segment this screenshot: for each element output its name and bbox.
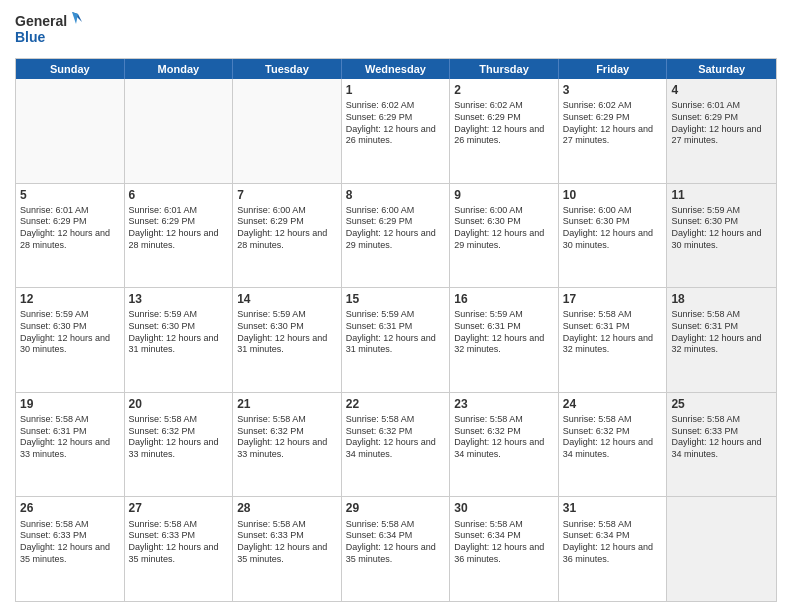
cell-info: Sunrise: 6:02 AM Sunset: 6:29 PM Dayligh…: [346, 100, 446, 147]
day-number: 13: [129, 291, 229, 307]
day-number: 23: [454, 396, 554, 412]
cell-info: Sunrise: 5:58 AM Sunset: 6:34 PM Dayligh…: [563, 519, 663, 566]
day-number: 16: [454, 291, 554, 307]
calendar-cell: 23Sunrise: 5:58 AM Sunset: 6:32 PM Dayli…: [450, 393, 559, 497]
calendar-cell: 10Sunrise: 6:00 AM Sunset: 6:30 PM Dayli…: [559, 184, 668, 288]
day-number: 19: [20, 396, 120, 412]
calendar-cell: [16, 79, 125, 183]
cell-info: Sunrise: 5:58 AM Sunset: 6:33 PM Dayligh…: [671, 414, 772, 461]
calendar-cell: 20Sunrise: 5:58 AM Sunset: 6:32 PM Dayli…: [125, 393, 234, 497]
cell-info: Sunrise: 6:02 AM Sunset: 6:29 PM Dayligh…: [454, 100, 554, 147]
header: General Blue: [15, 10, 777, 52]
cell-info: Sunrise: 6:01 AM Sunset: 6:29 PM Dayligh…: [671, 100, 772, 147]
calendar-cell: 14Sunrise: 5:59 AM Sunset: 6:30 PM Dayli…: [233, 288, 342, 392]
cell-info: Sunrise: 5:58 AM Sunset: 6:34 PM Dayligh…: [346, 519, 446, 566]
day-number: 1: [346, 82, 446, 98]
day-number: 14: [237, 291, 337, 307]
cell-info: Sunrise: 5:59 AM Sunset: 6:30 PM Dayligh…: [129, 309, 229, 356]
cell-info: Sunrise: 5:58 AM Sunset: 6:32 PM Dayligh…: [563, 414, 663, 461]
day-number: 30: [454, 500, 554, 516]
calendar-cell: 3Sunrise: 6:02 AM Sunset: 6:29 PM Daylig…: [559, 79, 668, 183]
calendar-cell: 15Sunrise: 5:59 AM Sunset: 6:31 PM Dayli…: [342, 288, 451, 392]
day-number: 9: [454, 187, 554, 203]
day-number: 25: [671, 396, 772, 412]
calendar-cell: 21Sunrise: 5:58 AM Sunset: 6:32 PM Dayli…: [233, 393, 342, 497]
calendar-cell: 24Sunrise: 5:58 AM Sunset: 6:32 PM Dayli…: [559, 393, 668, 497]
weekday-header: Sunday: [16, 59, 125, 79]
cell-info: Sunrise: 5:58 AM Sunset: 6:31 PM Dayligh…: [20, 414, 120, 461]
svg-text:General: General: [15, 13, 67, 29]
cell-info: Sunrise: 6:00 AM Sunset: 6:30 PM Dayligh…: [563, 205, 663, 252]
calendar-row: 1Sunrise: 6:02 AM Sunset: 6:29 PM Daylig…: [16, 79, 776, 184]
cell-info: Sunrise: 5:58 AM Sunset: 6:33 PM Dayligh…: [237, 519, 337, 566]
calendar-row: 12Sunrise: 5:59 AM Sunset: 6:30 PM Dayli…: [16, 288, 776, 393]
calendar-cell: 18Sunrise: 5:58 AM Sunset: 6:31 PM Dayli…: [667, 288, 776, 392]
cell-info: Sunrise: 5:58 AM Sunset: 6:33 PM Dayligh…: [129, 519, 229, 566]
day-number: 17: [563, 291, 663, 307]
cell-info: Sunrise: 5:59 AM Sunset: 6:31 PM Dayligh…: [346, 309, 446, 356]
cell-info: Sunrise: 6:01 AM Sunset: 6:29 PM Dayligh…: [20, 205, 120, 252]
calendar-cell: 30Sunrise: 5:58 AM Sunset: 6:34 PM Dayli…: [450, 497, 559, 601]
calendar-cell: 4Sunrise: 6:01 AM Sunset: 6:29 PM Daylig…: [667, 79, 776, 183]
cell-info: Sunrise: 5:58 AM Sunset: 6:32 PM Dayligh…: [346, 414, 446, 461]
day-number: 27: [129, 500, 229, 516]
svg-marker-3: [72, 12, 78, 24]
calendar-cell: 5Sunrise: 6:01 AM Sunset: 6:29 PM Daylig…: [16, 184, 125, 288]
calendar-header: SundayMondayTuesdayWednesdayThursdayFrid…: [16, 59, 776, 79]
cell-info: Sunrise: 5:58 AM Sunset: 6:32 PM Dayligh…: [237, 414, 337, 461]
weekday-header: Monday: [125, 59, 234, 79]
cell-info: Sunrise: 5:59 AM Sunset: 6:30 PM Dayligh…: [237, 309, 337, 356]
day-number: 4: [671, 82, 772, 98]
logo-svg: General Blue: [15, 10, 85, 52]
day-number: 20: [129, 396, 229, 412]
calendar-cell: 12Sunrise: 5:59 AM Sunset: 6:30 PM Dayli…: [16, 288, 125, 392]
cell-info: Sunrise: 5:58 AM Sunset: 6:31 PM Dayligh…: [671, 309, 772, 356]
day-number: 28: [237, 500, 337, 516]
svg-text:Blue: Blue: [15, 29, 46, 45]
weekday-header: Thursday: [450, 59, 559, 79]
calendar-cell: 8Sunrise: 6:00 AM Sunset: 6:29 PM Daylig…: [342, 184, 451, 288]
cell-info: Sunrise: 5:58 AM Sunset: 6:34 PM Dayligh…: [454, 519, 554, 566]
calendar-cell: 25Sunrise: 5:58 AM Sunset: 6:33 PM Dayli…: [667, 393, 776, 497]
day-number: 29: [346, 500, 446, 516]
day-number: 10: [563, 187, 663, 203]
cell-info: Sunrise: 5:58 AM Sunset: 6:31 PM Dayligh…: [563, 309, 663, 356]
cell-info: Sunrise: 5:59 AM Sunset: 6:30 PM Dayligh…: [671, 205, 772, 252]
calendar: SundayMondayTuesdayWednesdayThursdayFrid…: [15, 58, 777, 602]
calendar-cell: 26Sunrise: 5:58 AM Sunset: 6:33 PM Dayli…: [16, 497, 125, 601]
cell-info: Sunrise: 6:01 AM Sunset: 6:29 PM Dayligh…: [129, 205, 229, 252]
day-number: 5: [20, 187, 120, 203]
weekday-header: Tuesday: [233, 59, 342, 79]
calendar-cell: 7Sunrise: 6:00 AM Sunset: 6:29 PM Daylig…: [233, 184, 342, 288]
weekday-header: Wednesday: [342, 59, 451, 79]
day-number: 12: [20, 291, 120, 307]
cell-info: Sunrise: 5:59 AM Sunset: 6:30 PM Dayligh…: [20, 309, 120, 356]
calendar-cell: 2Sunrise: 6:02 AM Sunset: 6:29 PM Daylig…: [450, 79, 559, 183]
weekday-header: Friday: [559, 59, 668, 79]
calendar-cell: 11Sunrise: 5:59 AM Sunset: 6:30 PM Dayli…: [667, 184, 776, 288]
day-number: 15: [346, 291, 446, 307]
calendar-cell: 28Sunrise: 5:58 AM Sunset: 6:33 PM Dayli…: [233, 497, 342, 601]
cell-info: Sunrise: 5:59 AM Sunset: 6:31 PM Dayligh…: [454, 309, 554, 356]
cell-info: Sunrise: 5:58 AM Sunset: 6:32 PM Dayligh…: [454, 414, 554, 461]
cell-info: Sunrise: 6:00 AM Sunset: 6:29 PM Dayligh…: [346, 205, 446, 252]
day-number: 21: [237, 396, 337, 412]
calendar-cell: 31Sunrise: 5:58 AM Sunset: 6:34 PM Dayli…: [559, 497, 668, 601]
cell-info: Sunrise: 6:00 AM Sunset: 6:30 PM Dayligh…: [454, 205, 554, 252]
calendar-cell: 1Sunrise: 6:02 AM Sunset: 6:29 PM Daylig…: [342, 79, 451, 183]
calendar-cell: 27Sunrise: 5:58 AM Sunset: 6:33 PM Dayli…: [125, 497, 234, 601]
calendar-cell: 22Sunrise: 5:58 AM Sunset: 6:32 PM Dayli…: [342, 393, 451, 497]
day-number: 6: [129, 187, 229, 203]
page: General Blue SundayMondayTuesdayWednesda…: [0, 0, 792, 612]
day-number: 2: [454, 82, 554, 98]
weekday-header: Saturday: [667, 59, 776, 79]
calendar-row: 26Sunrise: 5:58 AM Sunset: 6:33 PM Dayli…: [16, 497, 776, 601]
calendar-cell: [233, 79, 342, 183]
cell-info: Sunrise: 6:02 AM Sunset: 6:29 PM Dayligh…: [563, 100, 663, 147]
calendar-cell: 19Sunrise: 5:58 AM Sunset: 6:31 PM Dayli…: [16, 393, 125, 497]
calendar-cell: 16Sunrise: 5:59 AM Sunset: 6:31 PM Dayli…: [450, 288, 559, 392]
calendar-cell: 13Sunrise: 5:59 AM Sunset: 6:30 PM Dayli…: [125, 288, 234, 392]
calendar-row: 5Sunrise: 6:01 AM Sunset: 6:29 PM Daylig…: [16, 184, 776, 289]
day-number: 18: [671, 291, 772, 307]
calendar-cell: 6Sunrise: 6:01 AM Sunset: 6:29 PM Daylig…: [125, 184, 234, 288]
